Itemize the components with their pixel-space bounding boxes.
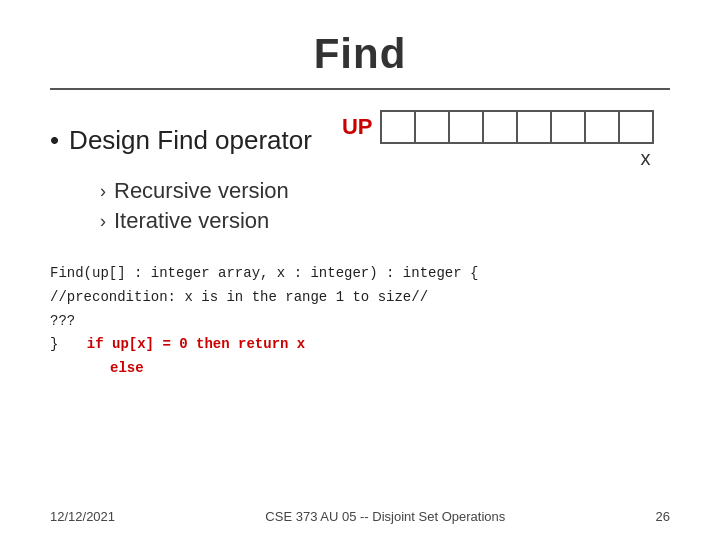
arrow-icon-1: › bbox=[100, 181, 106, 202]
array-box-8 bbox=[618, 110, 654, 144]
footer-date: 12/12/2021 bbox=[50, 509, 115, 524]
footer-page: 26 bbox=[656, 509, 670, 524]
array-box-4 bbox=[482, 110, 518, 144]
bullet-main-row: • Design Find operator UP bbox=[50, 110, 670, 170]
x-label: x bbox=[640, 147, 650, 170]
array-box-7 bbox=[584, 110, 620, 144]
array-box-3 bbox=[448, 110, 484, 144]
array-diagram: UP x bbox=[342, 110, 653, 170]
sub-item-iterative-label: Iterative version bbox=[114, 208, 269, 234]
array-boxes bbox=[380, 110, 652, 144]
arrow-icon-2: › bbox=[100, 211, 106, 232]
array-container: x bbox=[380, 110, 652, 170]
code-line-1: Find(up[] : integer array, x : integer) … bbox=[50, 262, 670, 286]
bullet-main-text: Design Find operator bbox=[69, 125, 312, 156]
sub-item-iterative: › Iterative version bbox=[100, 208, 670, 234]
code-line-4: } if up[x] = 0 then return x bbox=[50, 333, 670, 357]
sub-item-recursive: › Recursive version bbox=[100, 178, 670, 204]
sub-bullets: › Recursive version › Iterative version bbox=[100, 178, 670, 238]
bullet-dot: • bbox=[50, 125, 59, 156]
slide: Find • Design Find operator UP bbox=[0, 0, 720, 540]
code-red-1: if up[x] = 0 then return x bbox=[87, 336, 305, 352]
code-section: Find(up[] : integer array, x : integer) … bbox=[50, 262, 670, 381]
code-line-2: //precondition: x is in the range 1 to s… bbox=[50, 286, 670, 310]
array-box-6 bbox=[550, 110, 586, 144]
up-label: UP bbox=[342, 114, 373, 140]
array-box-1 bbox=[380, 110, 416, 144]
sub-item-recursive-label: Recursive version bbox=[114, 178, 289, 204]
footer-course: CSE 373 AU 05 -- Disjoint Set Operations bbox=[115, 509, 655, 524]
array-box-2 bbox=[414, 110, 450, 144]
code-red-2: else bbox=[110, 360, 144, 376]
footer: 12/12/2021 CSE 373 AU 05 -- Disjoint Set… bbox=[50, 509, 670, 524]
array-box-5 bbox=[516, 110, 552, 144]
slide-title: Find bbox=[50, 30, 670, 78]
code-line-5: else bbox=[110, 357, 670, 381]
bullet-section: • Design Find operator UP bbox=[50, 110, 670, 238]
code-line-3: ??? bbox=[50, 310, 670, 334]
title-divider bbox=[50, 88, 670, 90]
